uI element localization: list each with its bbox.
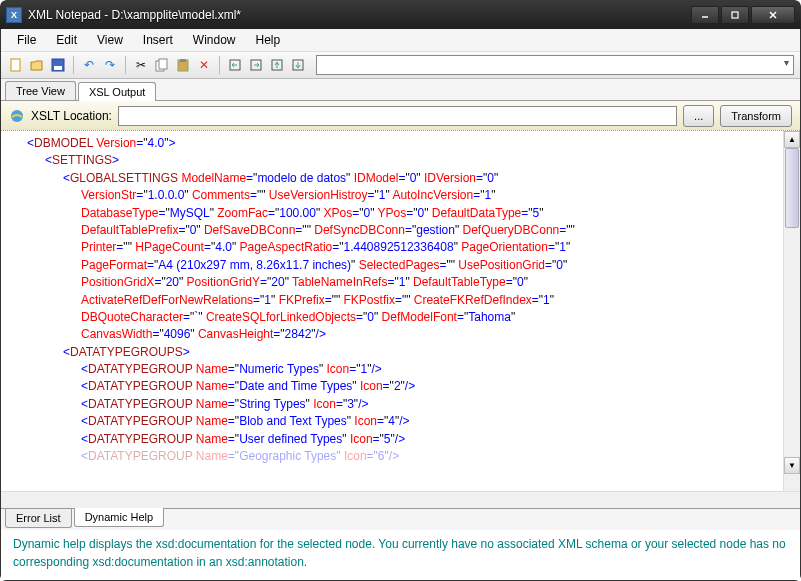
- svg-rect-6: [54, 66, 62, 70]
- menu-insert[interactable]: Insert: [135, 31, 181, 49]
- open-file-icon[interactable]: [28, 56, 46, 74]
- ie-icon: [9, 108, 25, 124]
- svg-rect-1: [732, 12, 738, 18]
- menu-edit[interactable]: Edit: [48, 31, 85, 49]
- svg-rect-8: [159, 59, 167, 69]
- scroll-down-icon[interactable]: ▼: [784, 457, 800, 474]
- browse-button[interactable]: ...: [683, 105, 714, 127]
- app-icon: X: [6, 7, 22, 23]
- window-controls: [691, 6, 795, 24]
- xslt-location-label: XSLT Location:: [31, 109, 112, 123]
- tabs-top: Tree View XSL Output: [1, 79, 800, 101]
- dynamic-help-panel: Dynamic help displays the xsd:documentat…: [1, 530, 800, 580]
- titlebar: X XML Notepad - D:\xampplite\model.xml*: [0, 0, 801, 29]
- cut-icon[interactable]: ✂: [132, 56, 150, 74]
- transform-button[interactable]: Transform: [720, 105, 792, 127]
- xslt-location-input[interactable]: [118, 106, 677, 126]
- separator: [125, 56, 126, 74]
- svg-rect-10: [180, 59, 186, 62]
- menu-help[interactable]: Help: [248, 31, 289, 49]
- horizontal-scrollbar[interactable]: [1, 491, 800, 508]
- xslt-location-bar: XSLT Location: ... Transform: [1, 101, 800, 131]
- xml-tag: DBMODEL: [34, 136, 93, 150]
- window-inner: File Edit View Insert Window Help ↶ ↷ ✂ …: [0, 29, 801, 581]
- toolbar: ↶ ↷ ✂ ✕: [1, 51, 800, 79]
- paste-icon[interactable]: [174, 56, 192, 74]
- outdent-icon[interactable]: [226, 56, 244, 74]
- separator: [219, 56, 220, 74]
- maximize-button[interactable]: [721, 6, 749, 24]
- new-file-icon[interactable]: [7, 56, 25, 74]
- tab-error-list[interactable]: Error List: [5, 509, 72, 528]
- close-button[interactable]: [751, 6, 795, 24]
- separator: [73, 56, 74, 74]
- menu-window[interactable]: Window: [185, 31, 244, 49]
- menu-file[interactable]: File: [9, 31, 44, 49]
- scroll-up-icon[interactable]: ▲: [784, 131, 800, 148]
- move-up-icon[interactable]: [268, 56, 286, 74]
- tab-dynamic-help[interactable]: Dynamic Help: [74, 508, 164, 527]
- scroll-thumb[interactable]: [785, 148, 799, 228]
- undo-icon[interactable]: ↶: [80, 56, 98, 74]
- redo-icon[interactable]: ↷: [101, 56, 119, 74]
- minimize-button[interactable]: [691, 6, 719, 24]
- indent-icon[interactable]: [247, 56, 265, 74]
- toolbar-dropdown[interactable]: [316, 55, 794, 75]
- tab-tree-view[interactable]: Tree View: [5, 81, 76, 100]
- xml-content[interactable]: <DBMODEL Version="4.0"> <SETTINGS> <GLOB…: [1, 131, 800, 491]
- tab-xsl-output[interactable]: XSL Output: [78, 82, 156, 101]
- copy-icon[interactable]: [153, 56, 171, 74]
- save-icon[interactable]: [49, 56, 67, 74]
- vertical-scrollbar[interactable]: ▲ ▼: [783, 131, 800, 491]
- menubar: File Edit View Insert Window Help: [1, 29, 800, 51]
- window-title: XML Notepad - D:\xampplite\model.xml*: [28, 8, 691, 22]
- delete-icon[interactable]: ✕: [195, 56, 213, 74]
- svg-rect-4: [11, 59, 20, 71]
- menu-view[interactable]: View: [89, 31, 131, 49]
- tabs-bottom: Error List Dynamic Help: [1, 508, 800, 530]
- move-down-icon[interactable]: [289, 56, 307, 74]
- help-text: Dynamic help displays the xsd:documentat…: [13, 537, 786, 569]
